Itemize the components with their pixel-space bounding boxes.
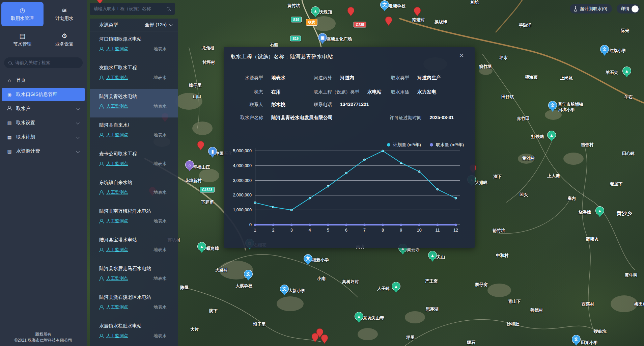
poi-pin-temple[interactable]: ▲ xyxy=(355,312,363,323)
station-list-item[interactable]: 陆河县宝塔水电站人工监测点地表水 xyxy=(90,232,178,261)
station-list-item[interactable]: 麦卡公司取水工程人工监测点地表水 xyxy=(90,146,178,175)
poi-pin-school[interactable]: 文 xyxy=(548,101,557,112)
station-list-item[interactable]: 水唇镇水栏肚水电站人工监测点地表水 xyxy=(90,318,178,346)
monitor-point-link[interactable]: 人工监测点 xyxy=(106,275,128,282)
red-map-pin[interactable] xyxy=(385,17,392,27)
poi-pin-peak[interactable]: ▲ xyxy=(392,282,400,293)
sidebar-item-3[interactable]: 取水户 xyxy=(2,102,85,115)
station-list-item[interactable]: 东坑镇自来水站人工监测点地表水 xyxy=(90,175,178,204)
station-list-item[interactable]: 河口镇唱歌潭水电站人工监测点地表水 xyxy=(90,31,178,60)
monitor-point-link[interactable]: 人工监测点 xyxy=(106,161,128,167)
poi-pin-peak[interactable]: ▲ xyxy=(622,66,631,78)
sidebar-item-1[interactable]: ⌂首页 xyxy=(2,74,85,87)
poi-pin-plaza[interactable]: ▣ xyxy=(318,33,327,44)
monitor-point-link[interactable]: 人工监测点 xyxy=(106,218,128,224)
peak-poi-icon: ▲ xyxy=(311,6,320,15)
filter-label: 水源类型 xyxy=(99,22,118,28)
poi-pin-school[interactable]: 文 xyxy=(572,335,581,346)
map-label: 山口 xyxy=(193,94,201,100)
sidebar-item-5[interactable]: ▦取水计划 xyxy=(2,130,85,144)
map-label: 大路村 xyxy=(215,268,228,273)
app-label: 节水管理 xyxy=(13,41,31,47)
red-map-pin[interactable] xyxy=(321,335,328,345)
map-label: 善德村 xyxy=(530,308,543,313)
school-poi-icon: 文 xyxy=(548,101,557,110)
poi-pin-gas[interactable]: ▮ xyxy=(208,147,217,158)
water-gauge-icon: ◷ xyxy=(20,7,25,14)
person-icon xyxy=(99,276,104,281)
station-search-input[interactable]: 请输入取水工程（设施）名称 xyxy=(90,3,175,15)
water-source-type: 地表水 xyxy=(153,275,167,282)
road-badge: 收费 xyxy=(306,19,317,26)
map-label: 陈屋 xyxy=(180,285,189,291)
monitor-point-link[interactable]: 人工监测点 xyxy=(106,132,128,138)
monitor-point-link[interactable]: 人工监测点 xyxy=(106,247,128,253)
station-list: 河口镇唱歌潭水电站人工监测点地表水友能水厂取水工程人工监测点地表水陆河县青砼水电… xyxy=(90,31,178,346)
station-list-panel: 水源类型 全部 (125) 河口镇唱歌潭水电站人工监测点地表水友能水厂取水工程人… xyxy=(90,19,178,346)
red-map-pin[interactable] xyxy=(414,7,421,18)
sidebar-item-4[interactable]: ▥取水设置 xyxy=(2,116,85,130)
map-label: 陇下 xyxy=(209,309,218,314)
sidebar-search-placeholder: 请输入关键字检索 xyxy=(15,60,50,66)
sidebar-item-2[interactable]: ◉取水口GIS信息管理 xyxy=(2,88,85,101)
water-source-type: 地表水 xyxy=(153,103,167,109)
station-name: 陆河县宝塔水电站 xyxy=(99,237,173,243)
svg-text:7: 7 xyxy=(363,228,366,233)
chevron-down-icon xyxy=(169,22,173,26)
poi-pin-school[interactable]: 文 xyxy=(304,254,312,265)
map-label: 田心嶂 xyxy=(622,151,635,157)
station-list-item[interactable]: 陆河县自来水厂人工监测点地表水 xyxy=(90,117,178,146)
poi-pin-villa[interactable]: ⌂ xyxy=(185,160,194,171)
map-label: 际光 xyxy=(621,28,629,34)
poi-pin-school[interactable]: 文 xyxy=(244,270,253,281)
map-label: 青山下 xyxy=(508,299,521,304)
map-label: 小南 xyxy=(317,276,326,282)
red-map-pin[interactable] xyxy=(347,7,354,18)
red-map-pin[interactable] xyxy=(197,141,204,152)
map-label: 黄沙乡 xyxy=(617,210,633,216)
red-map-pin[interactable] xyxy=(312,333,318,344)
app-button-4[interactable]: ⚙业务设置 xyxy=(44,28,86,52)
station-list-item[interactable]: 陆河县南万镇杞洋水电站人工监测点地表水 xyxy=(90,204,178,232)
detail-toggle[interactable]: 详情 xyxy=(617,4,640,14)
road-badge: G1523 xyxy=(200,187,215,193)
svg-text:1: 1 xyxy=(254,228,256,233)
source-type-filter: 水源类型 全部 (125) xyxy=(90,19,178,31)
station-name: 陆河县激石溪老区水电站 xyxy=(99,294,173,300)
poi-pin-school[interactable]: 文 xyxy=(600,45,609,56)
station-list-item[interactable]: 友能水厂取水工程人工监测点地表水 xyxy=(90,60,178,89)
poi-pin-school[interactable]: 文 xyxy=(380,0,389,11)
water-source-type: 地表水 xyxy=(153,75,167,81)
map-label: 花塘新村 xyxy=(185,178,202,184)
poi-pin-peak[interactable]: ▲ xyxy=(428,251,437,262)
monitor-point-link[interactable]: 人工监测点 xyxy=(106,304,128,310)
sidebar-item-6[interactable]: ▧水资源计费 xyxy=(2,144,85,158)
monitor-point-link[interactable]: 人工监测点 xyxy=(106,75,128,81)
monitor-point-link[interactable]: 人工监测点 xyxy=(106,46,128,52)
road-badge: S19 xyxy=(290,36,301,42)
filter-value-dropdown[interactable]: 全部 (125) xyxy=(145,22,172,28)
station-search-placeholder: 请输入取水工程（设施）名称 xyxy=(94,6,166,12)
water-source-type: 地表水 xyxy=(153,132,167,138)
map-label: 箭竹坑 xyxy=(493,228,505,234)
monitor-point-link[interactable]: 人工监测点 xyxy=(106,103,128,109)
map-label: 下罗甫 xyxy=(201,200,214,205)
monitor-point-link[interactable]: 人工监测点 xyxy=(106,189,128,195)
map-label: 相坑 xyxy=(471,0,479,5)
sidebar-search-input[interactable]: 请输入关键字检索 xyxy=(4,57,83,68)
app-button-2[interactable]: ≋计划用水 xyxy=(44,2,86,26)
over-plan-water-button[interactable]: 超计划取水(0) xyxy=(570,4,612,14)
poi-pin-peak[interactable]: ▲ xyxy=(311,6,320,18)
station-list-item[interactable]: 陆河县青砼水电站人工监测点地表水 xyxy=(90,89,178,117)
map-label: 聚云寺 xyxy=(407,247,420,253)
app-label: 业务设置 xyxy=(55,41,74,47)
monitor-point-link[interactable]: 人工监测点 xyxy=(106,333,128,339)
poi-pin-peak[interactable]: ▲ xyxy=(595,206,604,217)
poi-pin-school[interactable]: 文 xyxy=(280,285,289,296)
poi-pin-peak[interactable]: ▲ xyxy=(197,242,206,253)
station-list-item[interactable]: 陆河县激石溪老区水电站人工监测点地表水 xyxy=(90,290,178,318)
app-button-3[interactable]: ▤节水管理 xyxy=(1,28,44,52)
station-list-item[interactable]: 陆河县水唇走马石水电站人工监测点地表水 xyxy=(90,261,178,290)
poi-pin-peak[interactable]: ▲ xyxy=(547,131,556,142)
app-button-1[interactable]: ◷取用水管理 xyxy=(1,2,44,26)
